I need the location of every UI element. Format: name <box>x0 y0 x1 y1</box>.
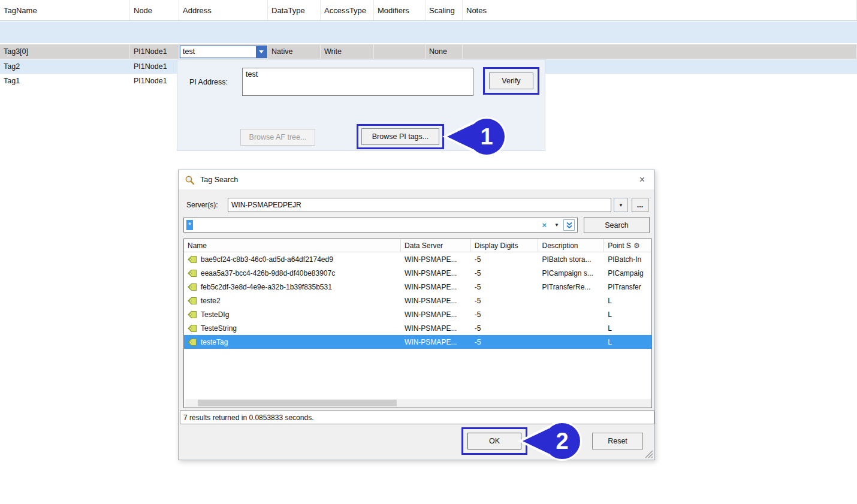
data-server-cell: WIN-PSMAPE... <box>401 294 471 307</box>
results-column-point-source[interactable]: Point S ⚙ <box>604 239 651 252</box>
cell-tagname: Tag2 <box>0 59 130 74</box>
column-header-scaling[interactable]: Scaling <box>426 0 463 20</box>
tag-icon <box>188 255 197 264</box>
cell-scaling: None <box>426 44 463 59</box>
tag-name-cell: TesteDIg <box>184 307 401 321</box>
display-digits-cell: -5 <box>471 280 539 294</box>
tag-row[interactable]: eeaa5a37-bcc4-426b-9d8d-df40be83907c WIN… <box>184 266 651 280</box>
search-dropdown-icon[interactable]: ▼ <box>550 222 563 228</box>
pi-address-field[interactable]: test <box>242 68 473 96</box>
tag-row-selected[interactable]: testeTag WIN-PSMAPE... -5 L <box>184 335 651 349</box>
address-combo[interactable] <box>180 46 267 58</box>
scrollbar-thumb[interactable] <box>198 400 397 406</box>
tag-icon <box>188 297 197 305</box>
horizontal-scrollbar[interactable] <box>185 399 651 407</box>
column-header-tagname[interactable]: TagName <box>0 0 130 20</box>
tag-search-dialog: Tag Search × Server(s): ▼ ... * × ▼ Sear… <box>178 170 655 460</box>
results-header: Name Data Server Display Digits Descript… <box>184 239 651 252</box>
servers-label: Server(s): <box>186 201 218 209</box>
pi-address-label: PI Address: <box>189 78 228 86</box>
tag-icon <box>188 338 197 346</box>
description-cell <box>538 321 604 335</box>
column-header-notes[interactable]: Notes <box>463 0 857 20</box>
chevron-down-icon <box>259 50 264 53</box>
point-source-cell: PICampaig <box>604 266 651 280</box>
tag-name: bae9cf24-c8b3-46c0-ad5d-a64df2174ed9 <box>201 255 333 264</box>
search-icon <box>185 175 195 185</box>
tag-name-cell: TesteString <box>184 321 401 335</box>
gear-icon[interactable]: ⚙ <box>633 242 640 250</box>
tag-row[interactable]: TesteDIg WIN-PSMAPE... -5 L <box>184 307 651 321</box>
description-cell <box>538 307 604 321</box>
reset-button[interactable]: Reset <box>592 433 643 449</box>
display-digits-cell: -5 <box>471 294 539 307</box>
column-header-address[interactable]: Address <box>179 0 268 20</box>
tag-name: TesteString <box>201 324 237 333</box>
tag-results-list: Name Data Server Display Digits Descript… <box>183 239 652 408</box>
data-server-cell: WIN-PSMAPE... <box>401 335 471 349</box>
description-cell <box>538 335 604 349</box>
point-source-cell: PITransfer <box>604 280 651 294</box>
browse-pi-tags-button[interactable]: Browse PI tags... <box>361 128 439 145</box>
tag-row[interactable]: teste2 WIN-PSMAPE... -5 L <box>184 294 651 307</box>
cell-node: PI1Node1 <box>130 74 179 88</box>
dialog-titlebar[interactable]: Tag Search × <box>179 170 654 189</box>
clear-icon[interactable]: × <box>538 221 550 230</box>
tag-row[interactable]: feb5c2df-3e8d-4e9e-a32b-1b39f835b531 WIN… <box>184 280 651 294</box>
display-digits-cell: -5 <box>471 307 539 321</box>
cell-datatype: Native <box>268 44 321 59</box>
tag-name-cell: bae9cf24-c8b3-46c0-ad5d-a64df2174ed9 <box>184 252 401 266</box>
column-header-accesstype[interactable]: AccessType <box>321 0 374 20</box>
tag-icon <box>188 324 197 333</box>
tag-name-cell: testeTag <box>184 335 401 349</box>
results-column-description[interactable]: Description <box>538 239 604 252</box>
step-1-number: 1 <box>480 124 493 149</box>
tag-name: feb5c2df-3e8d-4e9e-a32b-1b39f835b531 <box>201 283 332 291</box>
verify-button[interactable]: Verify <box>489 73 533 89</box>
expand-options-button[interactable] <box>563 219 575 231</box>
status-text: 7 results returned in 0.0853833 seconds. <box>183 414 313 422</box>
display-digits-cell: -5 <box>471 335 539 349</box>
tag-name-cell: teste2 <box>184 294 401 307</box>
description-cell: PITransferRe... <box>538 280 604 294</box>
verify-highlight-box: Verify <box>483 67 539 95</box>
tag-icon <box>188 269 197 277</box>
ok-button[interactable]: OK <box>467 433 521 449</box>
search-mask-combo[interactable]: * × ▼ <box>183 218 578 233</box>
dialog-title: Tag Search <box>200 176 636 184</box>
data-server-cell: WIN-PSMAPE... <box>401 252 471 266</box>
step-1-callout: 1 <box>440 114 518 159</box>
display-digits-cell: -5 <box>471 252 539 266</box>
cell-tagname: Tag1 <box>0 74 130 88</box>
results-column-display-digits[interactable]: Display Digits <box>471 239 539 252</box>
results-column-data-server[interactable]: Data Server <box>401 239 471 252</box>
cell-node: PI1Node1 <box>130 59 179 74</box>
column-header-datatype[interactable]: DataType <box>268 0 321 20</box>
column-header-node[interactable]: Node <box>130 0 179 20</box>
tag-row[interactable]: bae9cf24-c8b3-46c0-ad5d-a64df2174ed9 WIN… <box>184 252 651 266</box>
point-source-cell: PIBatch-In <box>604 252 651 266</box>
servers-input[interactable] <box>228 198 611 212</box>
close-icon[interactable]: × <box>636 175 648 185</box>
cell-tagname: Tag3[0] <box>0 44 130 59</box>
tag-icon <box>188 310 197 319</box>
display-digits-cell: -5 <box>471 266 539 280</box>
tag-name: teste2 <box>201 297 221 305</box>
tag-icon <box>188 283 197 291</box>
search-button[interactable]: Search <box>584 217 650 233</box>
data-server-cell: WIN-PSMAPE... <box>401 280 471 294</box>
cell-notes <box>463 44 857 59</box>
double-chevron-down-icon <box>566 222 573 229</box>
resize-grip[interactable] <box>645 450 653 458</box>
tag-row[interactable]: TesteString WIN-PSMAPE... -5 L <box>184 321 651 335</box>
description-cell: PICampaign s... <box>538 266 604 280</box>
column-header-modifiers[interactable]: Modifiers <box>374 0 426 20</box>
servers-more-button[interactable]: ... <box>632 198 648 212</box>
data-server-cell: WIN-PSMAPE... <box>401 321 471 335</box>
step-2-number: 2 <box>556 428 568 454</box>
address-combo-dropdown-button[interactable] <box>256 46 267 58</box>
address-combo-input[interactable] <box>180 46 256 58</box>
results-column-name[interactable]: Name <box>184 239 401 252</box>
table-row-tag3[interactable]: Tag3[0] PI1Node1 Native Write None <box>0 44 857 59</box>
servers-dropdown-button[interactable]: ▼ <box>614 198 628 212</box>
